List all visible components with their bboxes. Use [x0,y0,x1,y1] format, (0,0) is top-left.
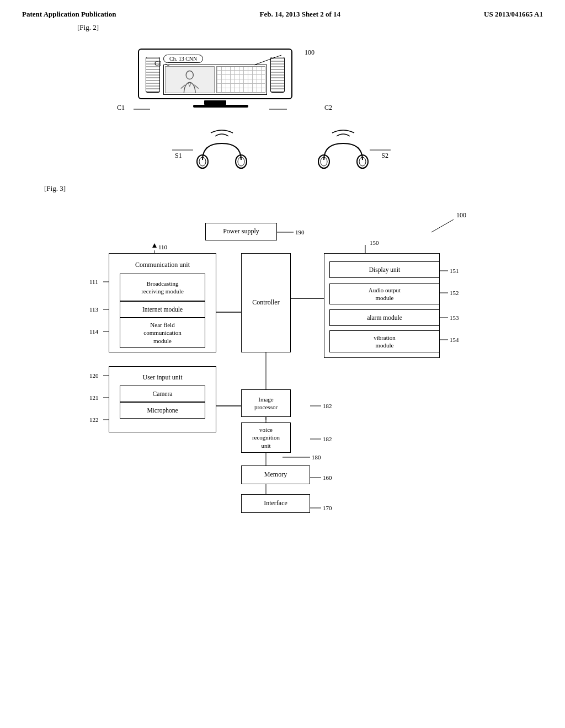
svg-text:114: 114 [89,328,99,335]
controller-label: Controller [252,298,279,307]
controller-box: Controller [241,253,291,352]
headphone-s1: S1 [194,130,249,179]
svg-text:151: 151 [450,267,459,274]
tv-screen: Ch. 13 CNN [163,54,267,95]
page-header: Patent Application Publication Feb. 14, … [0,0,565,23]
svg-text:153: 153 [450,314,459,321]
internet-box: Internet module [120,301,205,318]
svg-text:113: 113 [89,306,99,313]
svg-text:110: 110 [158,244,168,250]
audio-label: Audio output module [369,286,401,302]
block-diagram: 100 190 110 150 151 152 153 [73,202,492,533]
svg-text:160: 160 [323,474,332,481]
camera-box: Camera [120,386,205,402]
screen-right [216,66,266,93]
svg-text:180: 180 [312,454,321,461]
nfc-box: Near field communication module [120,318,205,348]
broadcasting-box: Broadcasting receiving module [120,274,205,301]
vibration-box: vibration module [329,330,440,352]
alarm-box: alarm module [329,309,440,326]
label-s2: S2 [381,152,388,160]
person-svg [166,67,214,93]
voice-recognition-label: voice recognition unit [252,426,280,449]
camera-label: Camera [153,390,173,398]
svg-text:152: 152 [450,290,459,296]
svg-text:120: 120 [89,372,99,379]
memory-label: Memory [264,470,287,479]
broadcasting-label: Broadcasting receiving module [141,280,184,296]
image-processor-label: Image processor [254,395,278,411]
headphone-s2: S2 [316,130,371,179]
comm-unit-label: Communication unit [135,261,190,270]
tv-label-100: 100 [305,49,315,57]
screen-left [165,66,215,93]
internet-label: Internet module [142,306,183,314]
svg-line-18 [431,220,454,232]
headphone-s1-svg [194,130,249,176]
audio-box: Audio output module [329,283,440,304]
header-right: US 2013/041665 A1 [484,10,543,19]
user-input-label: User input unit [143,373,183,382]
svg-text:111: 111 [89,279,98,285]
voice-recognition-box: voice recognition unit [241,422,291,453]
fig3-label: [Fig. 3] [44,184,532,193]
svg-text:170: 170 [323,505,332,511]
user-input-box: User input unit [114,370,211,386]
header-left: Patent Application Publication [22,10,116,19]
image-processor-box: Image processor [241,389,291,417]
microphone-label: Microphone [147,406,178,415]
tv-stand [204,100,226,105]
svg-text:182: 182 [323,436,332,442]
headphone-s2-svg [316,130,371,176]
microphone-box: Microphone [120,402,205,419]
svg-text:100: 100 [456,211,466,219]
interface-box: Interface [241,494,310,513]
headphone-section: S1 S2 [33,130,532,179]
tv-diagram: 100 CI C1 C2 Ch. [105,49,337,108]
svg-text:121: 121 [89,394,99,401]
vibration-label: vibration module [374,334,396,350]
header-center: Feb. 14, 2013 Sheet 2 of 14 [259,10,340,19]
svg-text:182: 182 [323,403,332,409]
power-supply-label: Power supply [223,227,259,236]
svg-text:150: 150 [370,239,379,246]
channel-text: Ch. 13 CNN [169,56,197,62]
svg-text:154: 154 [450,336,459,343]
display-label: Display unit [369,266,401,274]
svg-point-4 [186,71,193,79]
tv-label-C2: C2 [324,104,332,112]
page-content: [Fig. 2] 100 CI C1 C2 [0,23,565,533]
tv-label-C1: C1 [117,104,125,112]
svg-text:190: 190 [295,229,305,235]
svg-marker-23 [152,243,157,248]
label-s1: S1 [175,152,182,160]
alarm-label: alarm module [367,314,402,322]
tv-speaker-right [270,57,285,93]
svg-text:122: 122 [89,416,99,423]
tv-base [193,105,248,108]
channel-bar: Ch. 13 CNN [163,55,203,63]
communication-unit-box: Communication unit [114,257,211,274]
nfc-label: Near field communication module [143,321,181,345]
memory-box: Memory [241,465,310,484]
power-supply-box: Power supply [205,223,277,240]
fig2-label: [Fig. 2] [77,23,532,32]
display-box: Display unit [329,261,440,278]
interface-label: Interface [264,499,287,508]
tv-label-CI: CI [154,60,161,68]
